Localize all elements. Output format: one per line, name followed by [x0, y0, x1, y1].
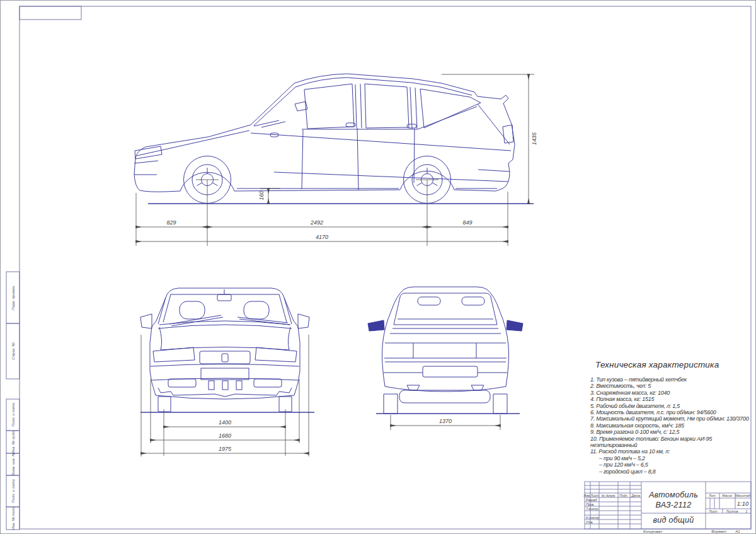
top-left-box: [20, 6, 81, 20]
tech-spec-item: 11. Расход топлива на 10 км, л:: [590, 448, 752, 455]
title-block-sheets-value: 1: [746, 509, 748, 513]
dim-body-width: 1680: [219, 432, 231, 439]
tech-spec-subitem: – при 120 км/ч – 6,5: [599, 461, 752, 468]
doc-title-line1: Автомобиль: [649, 490, 698, 499]
dim-rear-track: 1370: [439, 418, 452, 424]
margin-label-podp-data-2: Подп. и дата: [11, 479, 15, 503]
dim-front-overhang: 829: [166, 219, 176, 226]
title-block-row-utv: Утв.: [586, 520, 593, 524]
title-block-col-doc: № докум.: [602, 494, 616, 497]
ground-lines: [140, 204, 534, 414]
margin-label-podp-data-1: Подп. и дата: [11, 403, 15, 427]
car-side-view: [134, 74, 515, 204]
tech-spec-title: Техническая характеристика: [595, 360, 719, 369]
dim-wheelbase: 2492: [311, 219, 323, 226]
margin-label-sprav-no: Справ. №: [11, 342, 15, 359]
title-block-col-list: Лист: [590, 494, 598, 497]
dim-front-track: 1400: [219, 419, 231, 426]
title-block-scale-label: Масштаб: [735, 494, 750, 497]
title-block-lit-label: Лит.: [709, 494, 716, 497]
view-title: вид общий: [653, 516, 694, 525]
tech-spec-item: 2. Вместимость, чел: 5: [590, 383, 752, 389]
tech-spec-subitem: – при 90 км/ч – 5,2: [599, 455, 752, 461]
tech-spec-item: 3. Снаряжённая масса, кг: 1040: [590, 390, 752, 396]
tech-spec-item: 4. Полная масса, кг: 1515: [590, 396, 752, 402]
dim-overall-width: 1975: [219, 446, 231, 452]
dim-ground-clearance: 160: [258, 190, 265, 200]
dim-overall-height: 1435: [531, 132, 537, 145]
tech-spec-item: 6. Мощность двигателя, л.с. при об/мин: …: [590, 409, 752, 415]
drawing-sheet: 829 2492 849 4170 160 1435 1400 1680 197…: [0, 0, 756, 534]
tech-spec-item: 7. Максимальный крутящий момент, Нм при …: [590, 415, 752, 422]
scale-value: 1:10: [737, 500, 749, 507]
title-block-sheets-label: Листов: [726, 509, 738, 513]
tech-spec-subitem: – городской цикл – 8,8: [599, 468, 752, 475]
margin-label-inv-podl: Инв. № подл.: [11, 506, 15, 530]
tech-spec-list: 1. Тип кузова – пятидверный хетчбек 2. В…: [590, 376, 752, 475]
title-block-row-razrab: Разраб.: [586, 498, 598, 502]
title-block-row-tkontr: Т.контр.: [586, 507, 599, 511]
tech-spec-item: 1. Тип кузова – пятидверный хетчбек: [590, 376, 752, 383]
title-block-row-prov: Пров.: [586, 502, 595, 506]
title-block-row-nkontr: Н.контр.: [586, 516, 600, 519]
title-block-sheet-label: Лист: [709, 509, 717, 513]
tech-spec-item: 8. Максимальная скорость, км/ч: 185: [590, 422, 752, 429]
tech-spec-item: 10. Применяемое топливо: Бензин марки АИ…: [590, 436, 752, 449]
margin-label-inv-dubl: Инв. № дубл.: [11, 431, 15, 454]
margin-label-perv-primen: Перв. примен.: [11, 285, 15, 310]
doc-title-line2: ВАЗ-2112: [656, 501, 692, 509]
format-label: Формат: [711, 530, 726, 533]
tech-spec-item: 9. Время разгона 0-100 км/ч, с: 12,5: [590, 429, 752, 435]
dim-overall-length: 4170: [316, 234, 328, 240]
title-block-col-podp: Подп.: [619, 494, 628, 497]
car-rear-view: [368, 287, 523, 414]
margin-label-vzam-inv: Взам. инв. №: [11, 452, 15, 475]
copied-label: Копировал: [643, 530, 662, 533]
title-block-mass-label: Масса: [722, 494, 731, 497]
format-value: А1: [735, 530, 740, 533]
car-front-view: [140, 288, 309, 412]
dimension-lines: [136, 74, 534, 456]
title-block-col-data: Дата: [631, 494, 640, 497]
tech-spec-item: 5. Рабочий объём двигателя, л: 1,5: [590, 403, 752, 409]
dim-rear-overhang: 849: [462, 219, 472, 226]
title-block-col-izm: Изм.: [583, 494, 590, 497]
